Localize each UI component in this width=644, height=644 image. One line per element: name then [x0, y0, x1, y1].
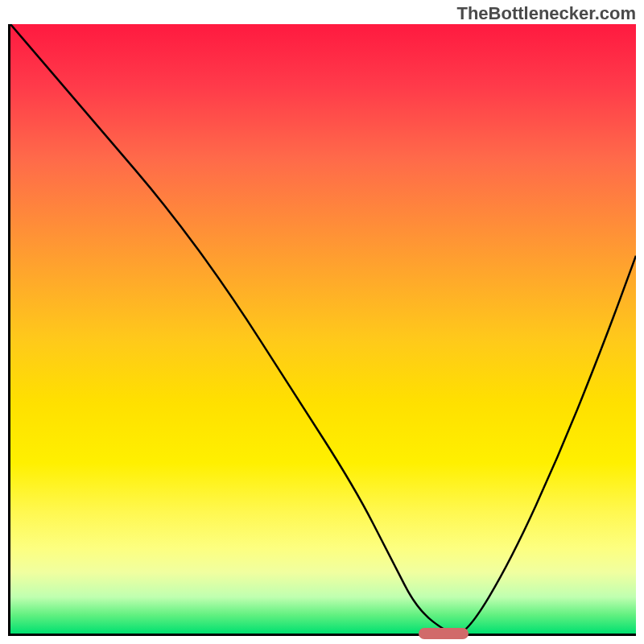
gradient-background — [10, 24, 636, 634]
plot-area — [8, 24, 636, 636]
watermark-text: TheBottlenecker.com — [456, 3, 636, 24]
optimal-range-marker — [419, 628, 469, 639]
chart-container: TheBottlenecker.com — [0, 0, 644, 644]
